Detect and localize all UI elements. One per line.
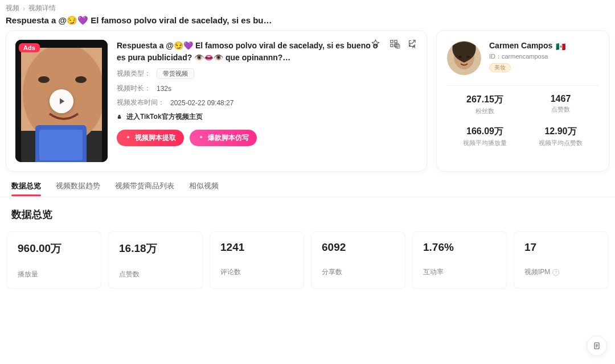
info-icon[interactable]: ? [552, 269, 559, 276]
breadcrumb-level1[interactable]: 视频 [6, 3, 19, 13]
ov-ipm: 17 视频IPM ? [514, 231, 608, 289]
stat-avg-views: 166.09万 视频平均播放量 [447, 126, 523, 147]
video-duration-label: 视频时长： [117, 84, 151, 93]
stat-label: 点赞数 [523, 105, 598, 114]
tab-similar[interactable]: 相似视频 [189, 181, 219, 196]
ov-value: 1241 [220, 241, 293, 254]
star-icon[interactable] [371, 39, 381, 49]
open-external-icon[interactable] [407, 39, 417, 49]
ov-label: 互动率 [423, 267, 496, 277]
tiktok-official-link-text: 进入TikTok官方视频主页 [126, 112, 203, 122]
breadcrumb-sep: › [23, 5, 25, 13]
avatar[interactable] [447, 41, 481, 75]
author-stats-grid: 267.15万 粉丝数 1467 点赞数 166.09万 视频平均播放量 12.… [447, 85, 598, 147]
tab-trend[interactable]: 视频数据趋势 [56, 181, 100, 196]
ov-value: 16.18万 [119, 241, 192, 256]
video-type-row: 视频类型： 带货视频 [117, 68, 417, 79]
video-thumbnail[interactable]: Ads [15, 40, 108, 162]
video-duration-value: 132s [157, 85, 171, 93]
tab-label: 视频带货商品列表 [115, 181, 174, 190]
svg-point-7 [38, 76, 50, 83]
video-type-label: 视频类型： [117, 69, 151, 78]
video-duration-row: 视频时长： 132s [117, 84, 417, 93]
imitate-script-button[interactable]: 爆款脚本仿写 [190, 130, 257, 146]
video-publish-row: 视频发布时间： 2025-02-22 09:48:27 [117, 98, 417, 107]
ov-label: 视频IPM [524, 267, 550, 277]
tab-label: 相似视频 [189, 181, 219, 190]
svg-rect-1 [395, 40, 397, 43]
stat-value: 12.90万 [523, 126, 598, 138]
stat-value: 267.15万 [447, 94, 523, 106]
ov-engagement: 1.76% 互动率 [412, 231, 507, 289]
stat-value: 166.09万 [447, 126, 523, 138]
author-id-value: carmencamposa [502, 53, 548, 60]
floating-doc-button[interactable] [587, 336, 607, 356]
video-type-chip: 带货视频 [157, 68, 194, 79]
page-title: Respuesta a @😏💜 El famoso polvo viral de… [6, 15, 609, 26]
video-publish-label: 视频发布时间： [117, 98, 165, 107]
author-name[interactable]: Carmen Campos [489, 41, 552, 50]
ov-value: 1.76% [423, 241, 496, 254]
ov-shares: 6092 分享数 [311, 231, 405, 289]
breadcrumb: 视频 › 视频详情 [6, 3, 609, 13]
svg-point-16 [458, 56, 462, 58]
svg-point-17 [466, 56, 470, 58]
ov-likes: 16.18万 点赞数 [108, 231, 203, 289]
tab-products[interactable]: 视频带货商品列表 [115, 181, 174, 196]
tiktok-official-link[interactable]: 进入TikTok官方视频主页 [117, 112, 417, 122]
ov-comments: 1241 评论数 [210, 231, 304, 289]
overview-section: 数据总览 960.00万 播放量 16.18万 点赞数 1241 评论数 609… [0, 197, 615, 295]
ov-value: 17 [524, 241, 597, 254]
tab-label: 视频数据趋势 [56, 181, 100, 190]
ov-label: 播放量 [18, 270, 91, 279]
stat-label: 视频平均点赞数 [523, 139, 598, 147]
stat-label: 粉丝数 [447, 107, 523, 115]
svg-rect-2 [391, 44, 393, 47]
overview-heading: 数据总览 [11, 208, 604, 221]
author-card: Carmen Campos 🇲🇽 ID：carmencamposa 美妆 267… [436, 30, 609, 172]
ov-value: 6092 [322, 241, 395, 254]
extract-script-button[interactable]: 视频脚本提取 [117, 130, 184, 146]
ov-label: 评论数 [220, 267, 293, 277]
ov-views: 960.00万 播放量 [7, 231, 101, 289]
spark-icon [198, 135, 204, 142]
ov-label: 分享数 [322, 267, 395, 277]
video-title: Respuesta a @😏💜 El famoso polvo viral de… [117, 40, 383, 64]
tab-overview[interactable]: 数据总览 [11, 181, 41, 196]
stat-likes: 1467 点赞数 [523, 94, 598, 115]
stat-followers: 267.15万 粉丝数 [447, 94, 523, 115]
svg-rect-3 [395, 44, 397, 47]
author-id-label: ID： [489, 53, 502, 60]
ov-label: 点赞数 [119, 270, 192, 279]
play-button[interactable] [50, 89, 73, 113]
svg-rect-13 [118, 117, 121, 119]
imitate-script-label: 爆款脚本仿写 [208, 133, 249, 143]
breadcrumb-level2: 视频详情 [28, 3, 56, 13]
stat-avg-likes: 12.90万 视频平均点赞数 [523, 126, 598, 147]
svg-rect-10 [39, 130, 83, 160]
extract-script-label: 视频脚本提取 [135, 133, 176, 143]
svg-point-8 [75, 76, 87, 83]
author-category-tag: 美妆 [489, 63, 511, 72]
stat-label: 视频平均播放量 [447, 139, 523, 147]
tab-label: 数据总览 [11, 181, 41, 190]
tabs: 数据总览 视频数据趋势 视频带货商品列表 相似视频 [0, 180, 615, 197]
flag-icon: 🇲🇽 [556, 42, 566, 49]
ads-badge: Ads [19, 43, 40, 52]
video-publish-value: 2025-02-22 09:48:27 [170, 99, 233, 107]
grid-icon[interactable] [389, 39, 399, 49]
video-detail-card: Ads Respuesta a @😏💜 El famoso polvo vira… [6, 30, 427, 172]
ov-value: 960.00万 [18, 241, 91, 256]
page-title-text: Respuesta a @😏💜 El famoso polvo viral de… [6, 15, 272, 26]
stat-value: 1467 [523, 94, 598, 104]
svg-rect-0 [391, 40, 393, 43]
spark-icon [125, 135, 132, 142]
